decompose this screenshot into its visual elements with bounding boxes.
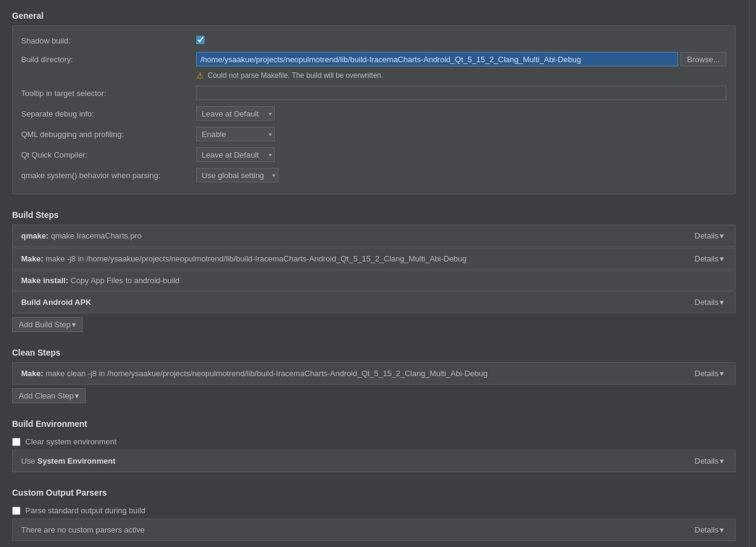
qt-quick-compiler-label: Qt Quick Compiler: (21, 150, 196, 159)
qmake-behavior-control: Use global setting Run Ignore ▾ (196, 168, 726, 182)
qmake-details-button[interactable]: Details ▾ (692, 230, 726, 242)
make-clean-text: make clean -j8 in /home/ysaakue/projects… (45, 369, 487, 378)
qml-debug-dropdown[interactable]: Leave at Default Enable Disable (196, 127, 275, 141)
custom-parsers-section: Parse standard output during build There… (12, 502, 735, 541)
build-directory-input[interactable] (196, 52, 678, 66)
add-clean-step-arrow-icon: ▾ (75, 391, 79, 400)
no-parsers-details-button[interactable]: Details ▾ (692, 524, 726, 536)
make-details-button[interactable]: Details ▾ (692, 253, 726, 264)
make-step: Make: make -j8 in /home/ysaakue/projects… (12, 248, 735, 270)
build-android-apk-right: Details ▾ (692, 296, 726, 308)
general-title: General (12, 5, 735, 25)
warning-text: Could not parse Makefile. The build will… (208, 71, 383, 80)
qt-quick-compiler-dropdown[interactable]: Leave at Default Enable Disable (196, 147, 275, 162)
separate-debug-control: Leave at Default Enable Disable ▾ (196, 106, 726, 121)
qml-debug-row: QML debugging and profiling: Leave at De… (21, 124, 726, 144)
make-details-label: Details (694, 254, 719, 263)
no-parsers-details-arrow-icon: ▾ (720, 525, 724, 534)
make-install-content: Make install: Copy App Files to android-… (21, 276, 726, 285)
add-build-step-arrow-icon: ▾ (72, 320, 76, 329)
shadow-build-label: Shadow build: (21, 36, 196, 45)
qml-debug-control: Leave at Default Enable Disable ▾ (196, 127, 726, 141)
build-env-section: Clear system environment Use System Envi… (12, 433, 735, 472)
add-build-step-button[interactable]: Add Build Step ▾ (12, 317, 83, 332)
tooltip-row: Tooltip in target selector: (21, 83, 726, 103)
use-system-env-details-arrow-icon: ▾ (720, 456, 724, 465)
separate-debug-dropdown[interactable]: Leave at Default Enable Disable (196, 106, 275, 121)
clear-env-row: Clear system environment (12, 433, 735, 450)
no-parsers-details-label: Details (694, 525, 719, 534)
qmake-details-arrow-icon: ▾ (720, 231, 724, 240)
build-env-title: Build Environment (12, 413, 735, 433)
tooltip-input[interactable] (196, 86, 726, 100)
parse-std-output-label: Parse standard output during build (25, 506, 146, 515)
use-system-env-text: Use System Environment (21, 456, 115, 465)
qmake-step: qmake: qmake IracemaCharts.pro Details ▾ (12, 225, 735, 247)
tooltip-label: Tooltip in target selector: (21, 89, 196, 98)
qmake-step-prefix: qmake: (21, 231, 49, 240)
make-install-step: Make install: Copy App Files to android-… (12, 270, 735, 290)
add-clean-step-button[interactable]: Add Clean Step ▾ (12, 388, 86, 403)
make-step-right: Details ▾ (692, 253, 726, 264)
make-install-text: Copy App Files to android-build (71, 276, 180, 285)
parse-std-output-checkbox[interactable] (12, 507, 21, 515)
no-parsers-right: Details ▾ (692, 524, 726, 536)
build-steps-section: qmake: qmake IracemaCharts.pro Details ▾… (12, 225, 735, 332)
make-clean-prefix: Make: (21, 369, 43, 378)
scrollbar[interactable] (749, 0, 756, 547)
qml-debug-label: QML debugging and profiling: (21, 130, 196, 139)
qmake-step-text: qmake IracemaCharts.pro (51, 231, 141, 240)
build-directory-label: Build directory: (21, 55, 196, 64)
qmake-details-label: Details (694, 231, 719, 240)
build-android-apk-details-label: Details (694, 298, 719, 307)
separate-debug-label: Separate debug info: (21, 109, 196, 118)
clear-system-env-label: Clear system environment (25, 437, 117, 446)
qt-quick-compiler-control: Leave at Default Enable Disable ▾ (196, 147, 726, 162)
qmake-behavior-label: qmake system() behavior when parsing: (21, 171, 196, 180)
make-clean-step-right: Details ▾ (692, 368, 726, 379)
build-android-apk-content: Build Android APK (21, 298, 692, 307)
clean-steps-title: Clean Steps (12, 342, 735, 362)
use-system-env-details-button[interactable]: Details ▾ (692, 455, 726, 467)
separate-debug-row: Separate debug info: Leave at Default En… (21, 103, 726, 124)
shadow-build-control (196, 36, 726, 46)
make-clean-details-arrow-icon: ▾ (720, 369, 724, 378)
add-clean-step-label: Add Clean Step (19, 391, 74, 400)
use-system-env-item: Use System Environment Details ▾ (12, 450, 735, 472)
use-system-env-right: Details ▾ (692, 455, 726, 467)
make-clean-content: Make: make clean -j8 in /home/ysaakue/pr… (21, 369, 692, 378)
build-steps-title: Build Steps (12, 204, 735, 225)
qt-quick-compiler-row: Qt Quick Compiler: Leave at Default Enab… (21, 144, 726, 165)
no-parsers-text: There are no custom parsers active (21, 525, 144, 534)
qmake-step-right: Details ▾ (692, 230, 726, 242)
build-android-apk-step: Build Android APK Details ▾ (12, 291, 735, 313)
browse-button[interactable]: Browse... (681, 52, 726, 66)
make-step-prefix: Make: (21, 254, 43, 263)
clear-system-env-checkbox[interactable] (12, 438, 21, 446)
build-android-apk-label: Build Android APK (21, 298, 91, 307)
build-directory-control: Browse... (196, 52, 726, 66)
clean-steps-section: Make: make clean -j8 in /home/ysaakue/pr… (12, 362, 735, 403)
make-clean-step: Make: make clean -j8 in /home/ysaakue/pr… (12, 362, 735, 385)
use-system-env-prefix: Use (21, 456, 37, 465)
no-parsers-item: There are no custom parsers active Detai… (12, 519, 735, 541)
general-section: Shadow build: Build directory: Browse...… (12, 25, 735, 194)
add-build-step-label: Add Build Step (19, 320, 71, 329)
qmake-behavior-dropdown[interactable]: Use global setting Run Ignore (196, 168, 278, 182)
make-step-text: make -j8 in /home/ysaakue/projects/neopu… (45, 254, 466, 263)
make-details-arrow-icon: ▾ (720, 254, 724, 263)
shadow-build-checkbox[interactable] (196, 36, 205, 44)
make-clean-details-label: Details (694, 369, 719, 378)
qmake-behavior-row: qmake system() behavior when parsing: Us… (21, 165, 726, 185)
parse-std-output-row: Parse standard output during build (12, 502, 735, 519)
build-android-apk-details-button[interactable]: Details ▾ (692, 296, 726, 308)
build-directory-warning-row: ⚠ Could not parse Makefile. The build wi… (196, 69, 726, 83)
qmake-step-content: qmake: qmake IracemaCharts.pro (21, 231, 692, 240)
shadow-build-row: Shadow build: (21, 32, 726, 49)
warning-icon: ⚠ (196, 71, 204, 80)
system-environment-bold: System Environment (37, 456, 115, 465)
make-install-prefix: Make install: (21, 276, 68, 285)
tooltip-control (196, 86, 726, 100)
build-directory-row: Build directory: Browse... (21, 49, 726, 69)
make-clean-details-button[interactable]: Details ▾ (692, 368, 726, 379)
